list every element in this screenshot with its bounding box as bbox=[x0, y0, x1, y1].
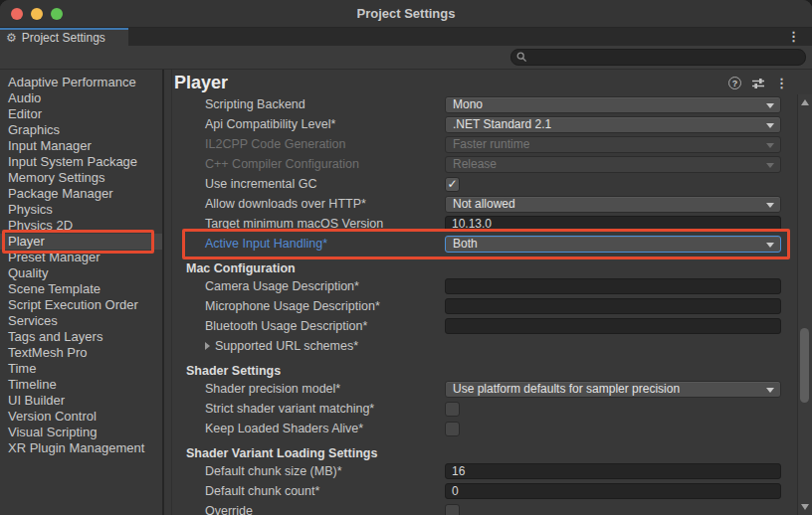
setting-control: .NET Standard 2.1 bbox=[445, 116, 781, 133]
sidebar-item-editor[interactable]: Editor bbox=[0, 106, 162, 122]
dropdown-il2cpp-code-generation[interactable]: Faster runtime bbox=[445, 136, 781, 153]
panel-header-icons: ? ⋮ bbox=[728, 77, 788, 89]
sidebar-item-preset-manager[interactable]: Preset Manager bbox=[0, 250, 162, 265]
sidebar-item-player[interactable]: Player bbox=[0, 234, 162, 250]
scrollbar-thumb[interactable] bbox=[800, 328, 809, 403]
setting-label: Microphone Usage Description* bbox=[205, 299, 380, 313]
setting-label-text: Use incremental GC bbox=[205, 177, 317, 191]
setting-row-default-chunk-count: Default chunk count*0 bbox=[164, 481, 812, 501]
setting-label-text: Default chunk size (MB)* bbox=[205, 464, 342, 478]
section-header-shader-settings: Shader Settings bbox=[164, 363, 812, 379]
dropdown-scripting-backend[interactable]: Mono bbox=[445, 96, 781, 113]
sidebar-item-services[interactable]: Services bbox=[0, 313, 162, 329]
check-icon: ✓ bbox=[447, 178, 457, 190]
chevron-down-icon bbox=[766, 143, 774, 148]
dropdown-c-compiler-configuration[interactable]: Release bbox=[445, 156, 781, 173]
setting-control: Faster runtime bbox=[445, 136, 781, 153]
sidebar-item-input-manager[interactable]: Input Manager bbox=[0, 138, 162, 154]
panel-menu-icon[interactable]: ⋮ bbox=[775, 77, 788, 89]
close-window-button[interactable] bbox=[11, 8, 23, 20]
presets-icon[interactable] bbox=[751, 78, 765, 89]
chevron-down-icon bbox=[766, 103, 774, 108]
sidebar-item-scene-template[interactable]: Scene Template bbox=[0, 281, 162, 297]
chevron-down-icon bbox=[766, 243, 774, 248]
text-field-microphone-usage-description[interactable] bbox=[445, 298, 781, 314]
help-icon[interactable]: ? bbox=[728, 77, 741, 89]
panel-header: Player bbox=[164, 70, 812, 94]
checkbox-override[interactable] bbox=[445, 504, 460, 515]
sidebar-item-adaptive-performance[interactable]: Adaptive Performance bbox=[0, 75, 162, 90]
setting-control bbox=[445, 278, 781, 294]
setting-label-text: Keep Loaded Shaders Alive* bbox=[205, 422, 363, 435]
sidebar-item-package-manager[interactable]: Package Manager bbox=[0, 186, 162, 202]
settings-sidebar: Adaptive PerformanceAudioEditorGraphicsI… bbox=[0, 70, 164, 515]
sidebar-item-quality[interactable]: Quality bbox=[0, 265, 162, 281]
sidebar-item-textmesh-pro[interactable]: TextMesh Pro bbox=[0, 345, 162, 361]
setting-label-text: Allow downloads over HTTP* bbox=[205, 197, 366, 211]
sidebar-item-memory-settings[interactable]: Memory Settings bbox=[0, 170, 162, 186]
scroll-down-icon[interactable] bbox=[801, 504, 809, 510]
sidebar-item-visual-scripting[interactable]: Visual Scripting bbox=[0, 425, 162, 440]
search-input[interactable] bbox=[510, 49, 806, 66]
setting-control: ✓ bbox=[445, 177, 781, 192]
setting-row-api-compatibility-level: Api Compatibility Level*.NET Standard 2.… bbox=[164, 114, 812, 134]
sidebar-item-time[interactable]: Time bbox=[0, 361, 162, 377]
setting-row-microphone-usage-description: Microphone Usage Description* bbox=[164, 296, 812, 316]
sidebar-item-version-control[interactable]: Version Control bbox=[0, 409, 162, 425]
chevron-down-icon bbox=[766, 123, 774, 128]
text-field-target-minimum-macos-version[interactable]: 10.13.0 bbox=[445, 216, 781, 232]
setting-label: Active Input Handling* bbox=[205, 237, 327, 251]
dropdown-allow-downloads-over-http[interactable]: Not allowed bbox=[445, 196, 781, 213]
tab-strip-menu-icon[interactable]: ⋮ bbox=[787, 29, 800, 44]
setting-label: Target minimum macOS Version bbox=[205, 217, 383, 231]
dropdown-shader-precision-model[interactable]: Use platform defaults for sampler precis… bbox=[445, 381, 781, 398]
sidebar-item-script-execution-order[interactable]: Script Execution Order bbox=[0, 297, 162, 313]
page-title: Player bbox=[174, 73, 228, 93]
tab-strip: ⚙ Project Settings ⋮ bbox=[0, 28, 812, 46]
sidebar-item-physics-2d[interactable]: Physics 2D bbox=[0, 218, 162, 234]
dropdown-value: Faster runtime bbox=[453, 137, 529, 151]
gear-icon: ⚙ bbox=[6, 32, 17, 44]
text-field-default-chunk-size-mb[interactable]: 16 bbox=[445, 463, 781, 479]
text-field-default-chunk-count[interactable]: 0 bbox=[445, 483, 781, 499]
sidebar-item-ui-builder[interactable]: UI Builder bbox=[0, 393, 162, 409]
setting-row-strict-shader-variant-matching: Strict shader variant matching* bbox=[164, 399, 812, 419]
setting-row-supported-url-schemes: Supported URL schemes* bbox=[164, 336, 812, 356]
sidebar-item-physics[interactable]: Physics bbox=[0, 202, 162, 218]
minimize-window-button[interactable] bbox=[31, 8, 43, 20]
setting-label-text: IL2CPP Code Generation bbox=[205, 137, 346, 151]
setting-control: Release bbox=[445, 156, 781, 173]
dropdown-active-input-handling[interactable]: Both bbox=[445, 236, 781, 253]
text-field-bluetooth-usage-description[interactable] bbox=[445, 318, 781, 334]
traffic-lights bbox=[11, 8, 63, 20]
checkbox-use-incremental-gc[interactable]: ✓ bbox=[445, 177, 460, 192]
scroll-up-icon[interactable] bbox=[801, 99, 809, 105]
setting-control: 10.13.0 bbox=[445, 216, 781, 232]
dropdown-api-compatibility-level[interactable]: .NET Standard 2.1 bbox=[445, 116, 781, 133]
sidebar-item-tags-and-layers[interactable]: Tags and Layers bbox=[0, 329, 162, 345]
setting-label-text: Bluetooth Usage Description* bbox=[205, 319, 367, 333]
setting-label: Api Compatibility Level* bbox=[205, 117, 335, 131]
setting-control bbox=[445, 318, 781, 334]
setting-label-text: Camera Usage Description* bbox=[205, 279, 359, 293]
tab-project-settings[interactable]: ⚙ Project Settings bbox=[0, 28, 128, 46]
setting-label: Use incremental GC bbox=[205, 177, 317, 191]
sidebar-item-input-system-package[interactable]: Input System Package bbox=[0, 154, 162, 170]
sidebar-item-timeline[interactable]: Timeline bbox=[0, 377, 162, 393]
sidebar-item-xr-plugin-management[interactable]: XR Plugin Management bbox=[0, 440, 162, 456]
sidebar-item-audio[interactable]: Audio bbox=[0, 90, 162, 106]
setting-row-camera-usage-description: Camera Usage Description* bbox=[164, 276, 812, 296]
setting-label: IL2CPP Code Generation bbox=[205, 137, 346, 151]
dropdown-value: Release bbox=[453, 157, 497, 171]
setting-row-use-incremental-gc: Use incremental GC✓ bbox=[164, 174, 812, 194]
zoom-window-button[interactable] bbox=[51, 8, 63, 20]
checkbox-keep-loaded-shaders-alive[interactable] bbox=[445, 422, 460, 436]
checkbox-strict-shader-variant-matching[interactable] bbox=[445, 402, 460, 417]
setting-label-text: Api Compatibility Level* bbox=[205, 117, 335, 131]
foldout-triangle-icon[interactable] bbox=[205, 342, 210, 350]
text-field-camera-usage-description[interactable] bbox=[445, 278, 781, 294]
setting-label-text: Default chunk count* bbox=[205, 484, 319, 498]
sidebar-item-graphics[interactable]: Graphics bbox=[0, 122, 162, 138]
setting-row-scripting-backend: Scripting BackendMono bbox=[164, 94, 812, 114]
vertical-scrollbar[interactable] bbox=[797, 94, 812, 515]
